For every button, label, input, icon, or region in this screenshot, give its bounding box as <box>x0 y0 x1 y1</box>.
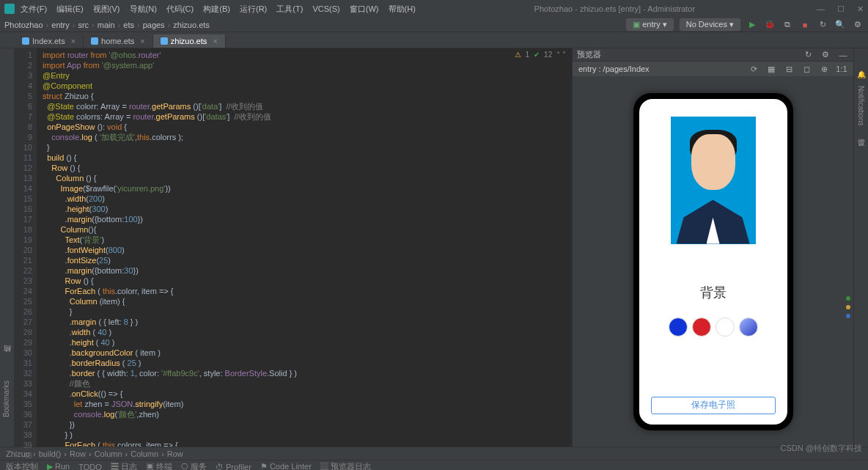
menu-file[interactable]: 文件(F) <box>21 4 47 13</box>
window-title: Photozhao - zhizuo.ets [entry] - Adminis… <box>423 4 806 13</box>
settings-icon[interactable]: ⚙ <box>852 19 864 31</box>
title-bar: 文件(F) 编辑(E) 视图(V) 导航(N) 代码(C) 构建(B) 运行(R… <box>0 0 868 18</box>
preview-refresh-icon[interactable]: ↻ <box>802 49 814 61</box>
tool-terminal[interactable]: ▣ 终端 <box>146 461 172 470</box>
tool-preview-log[interactable]: ▤ 预览器日志 <box>320 461 371 470</box>
code-editor[interactable]: ⚠1 ✔12 ˄ ˅ import router from '@ohos.rou… <box>37 48 572 447</box>
inspection-widget[interactable]: ⚠1 ✔12 ˄ ˅ <box>515 50 566 60</box>
crumb[interactable]: Row <box>167 449 183 458</box>
grid-icon[interactable]: ▦ <box>765 63 777 75</box>
bookmarks-tab[interactable]: Bookmarks <box>2 381 10 417</box>
notifications-icon[interactable]: 🔔 <box>857 70 866 78</box>
crumb[interactable]: Row <box>70 449 86 458</box>
file-icon <box>22 37 29 45</box>
run-icon[interactable]: ▶ <box>746 19 758 31</box>
previewer-panel: 预览器 ↻ ⚙ — entry : /pages/Index ⟳ ▦ ⊟ ◻ ⊕… <box>572 48 853 447</box>
zoom-out-icon[interactable]: ⊟ <box>783 63 795 75</box>
swatch-white[interactable] <box>716 317 735 337</box>
menu-help[interactable]: 帮助(H) <box>389 4 416 13</box>
tool-run[interactable]: Run <box>47 462 70 470</box>
preview-stage: 背景 保存电子照 <box>573 76 853 447</box>
tab-close-icon[interactable]: × <box>213 37 217 45</box>
menu-code[interactable]: 代码(C) <box>166 4 194 13</box>
zoom-in-icon[interactable]: ⊕ <box>818 63 830 75</box>
file-icon <box>161 37 168 45</box>
right-gutter: 🔔 Notifications 设置 <box>853 48 868 447</box>
tool-window-bar: 版本控制 Run TODO ☰ 日志 ▣ 终端 ⎔ 服务 ⏱ Profiler … <box>0 460 868 470</box>
menu-build[interactable]: 构建(B) <box>203 4 230 13</box>
maximize-icon[interactable]: ☐ <box>837 4 845 13</box>
minimize-icon[interactable]: — <box>817 4 825 13</box>
tool-services[interactable]: ⎔ 服务 <box>181 461 207 470</box>
crumb[interactable]: Column <box>95 449 122 458</box>
menu-run[interactable]: 运行(R) <box>240 4 267 13</box>
menu-window[interactable]: 窗口(W) <box>350 4 379 13</box>
crumb[interactable]: src <box>78 21 89 29</box>
run-config-selector[interactable]: ▣ entry ▾ <box>626 18 674 31</box>
tool-linter[interactable]: ⚑ Code Linter <box>260 462 312 470</box>
crumb-project[interactable]: Photozhao <box>4 21 43 29</box>
left-gutter: Bookmarks 结构 <box>0 48 15 447</box>
app-logo <box>4 4 15 14</box>
swatch-gradient[interactable] <box>739 317 758 337</box>
device-selector[interactable]: No Devices ▾ <box>680 18 740 31</box>
color-swatches <box>669 317 758 337</box>
stop-icon[interactable]: ■ <box>799 19 811 31</box>
file-icon <box>91 37 98 45</box>
id-photo <box>671 117 756 244</box>
crumb[interactable]: build() <box>39 449 62 458</box>
crumb[interactable]: Zhizuo <box>6 449 30 458</box>
preview-entry-path: entry : /pages/Index <box>578 65 650 73</box>
tool-todo[interactable]: TODO <box>78 463 102 471</box>
close-icon[interactable]: ✕ <box>857 4 864 13</box>
crumb[interactable]: ets <box>123 21 134 29</box>
crumb[interactable]: pages <box>143 21 165 29</box>
preview-indicators <box>846 296 850 318</box>
navigation-bar: Photozhao› entry› src› main› ets› pages›… <box>0 18 868 32</box>
zoom-reset-icon[interactable]: 1:1 <box>836 63 847 75</box>
tab-zhizuo[interactable]: zhizuo.ets× <box>153 34 226 48</box>
structure-breadcrumb: Zhizuo› build()› Row› Column› Column› Ro… <box>0 447 868 460</box>
tab-close-icon[interactable]: × <box>140 37 144 45</box>
crumb[interactable]: Column <box>130 449 158 458</box>
menu-view[interactable]: 视图(V) <box>93 4 120 13</box>
line-numbers: 1234567891011121314151617181920212223242… <box>15 48 37 447</box>
background-label: 背景 <box>700 284 727 301</box>
menu-tools[interactable]: 工具(T) <box>276 4 303 13</box>
tab-close-icon[interactable]: × <box>71 37 76 45</box>
tab-home[interactable]: home.ets× <box>84 34 153 48</box>
swatch-blue[interactable] <box>669 317 688 337</box>
preview-hide-icon[interactable]: — <box>837 49 849 61</box>
notifications-tab[interactable]: Notifications <box>857 86 865 125</box>
device-frame: 背景 保存电子照 <box>633 93 793 430</box>
crumb-file[interactable]: zhizuo.ets <box>173 21 210 29</box>
debug-icon[interactable]: 🐞 <box>764 19 776 31</box>
profile-icon[interactable]: ⧉ <box>781 19 793 31</box>
swatch-red[interactable] <box>692 317 711 337</box>
save-photo-button[interactable]: 保存电子照 <box>651 397 776 414</box>
tool-vcs[interactable]: 版本控制 <box>6 461 38 470</box>
editor-tabs: Index.ets× home.ets× zhizuo.ets× <box>0 32 868 48</box>
device-screen[interactable]: 背景 保存电子照 <box>639 99 787 425</box>
search-icon[interactable]: 🔍 <box>834 19 846 31</box>
tab-index[interactable]: Index.ets× <box>15 34 84 48</box>
tool-log[interactable]: ☰ 日志 <box>111 461 137 470</box>
sync-icon[interactable]: ↻ <box>817 19 828 31</box>
rotate-icon[interactable]: ⟳ <box>748 63 760 75</box>
preview-settings-icon[interactable]: ⚙ <box>820 49 831 61</box>
main-menu: 文件(F) 编辑(E) 视图(V) 导航(N) 代码(C) 构建(B) 运行(R… <box>21 4 423 15</box>
menu-vcs[interactable]: VCS(S) <box>312 4 339 13</box>
tool-profiler[interactable]: ⏱ Profiler <box>216 463 251 471</box>
previewer-title: 预览器 <box>577 49 601 60</box>
zoom-fit-icon[interactable]: ◻ <box>801 63 812 75</box>
crumb[interactable]: main <box>98 21 115 29</box>
crumb[interactable]: entry <box>51 21 69 29</box>
menu-edit[interactable]: 编辑(E) <box>56 4 84 13</box>
menu-navigate[interactable]: 导航(N) <box>130 4 157 13</box>
